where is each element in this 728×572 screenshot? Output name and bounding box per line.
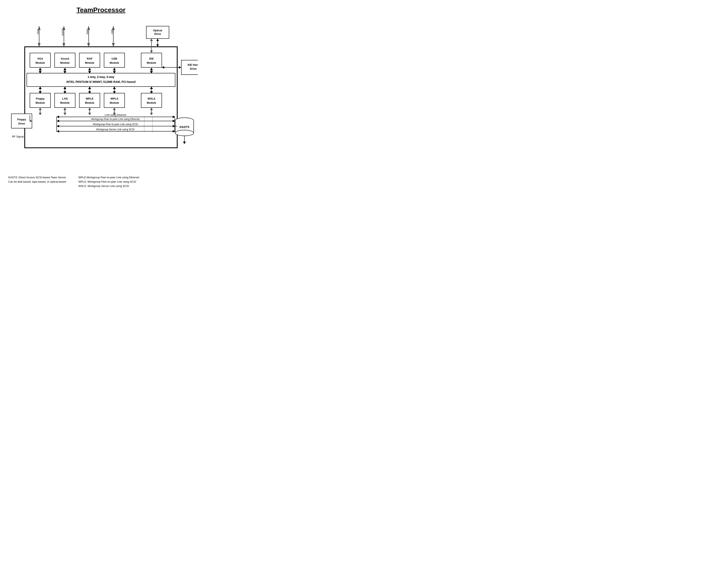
floppy-module-box bbox=[30, 93, 51, 108]
footnote-left-line1: DASTS: Direct Access SCSI-based Team Ser… bbox=[8, 175, 66, 180]
rap-cpu-arrow-up bbox=[88, 68, 91, 70]
ide-cpu-arrow-up bbox=[150, 68, 153, 70]
wple-up-arrowhead bbox=[88, 108, 91, 110]
rap-bus-label: RAP bbox=[86, 30, 89, 34]
page-title: TeamProcessor bbox=[8, 6, 194, 14]
cpu-line2: INTEL PENTIUM II/ WINNT, 512MB RAM, PCI-… bbox=[66, 80, 136, 83]
ide-optical-arrow-up bbox=[150, 39, 153, 41]
floppy-module-label1: Floppy bbox=[36, 97, 45, 100]
bus4-label: Workgroup Server Link using SCSI bbox=[96, 128, 135, 131]
footnote-right-line1: WPLE:Workgroup Peer-to-peer Link using E… bbox=[78, 175, 139, 180]
ide-module-label2: Module bbox=[147, 61, 156, 64]
floppy-drive-box bbox=[11, 114, 32, 128]
ide-hd-arrow-left bbox=[162, 66, 164, 69]
footnote-right: WPLE:Workgroup Peer-to-peer Link using E… bbox=[78, 175, 139, 188]
bus2-left-arrow bbox=[57, 120, 59, 122]
cpu-floppy-arrow-up bbox=[39, 87, 42, 89]
floppy-drive-label1: Floppy bbox=[17, 118, 26, 121]
rf-signal-label: RF Signal bbox=[12, 135, 24, 138]
usb-arrow-down bbox=[112, 43, 115, 47]
vga-arrow-down bbox=[38, 43, 41, 47]
dasts-down-arrowhead bbox=[183, 142, 186, 144]
lan-module-label2: Module bbox=[60, 101, 70, 104]
sound-module-label2: Module bbox=[60, 61, 70, 64]
lan-module-box bbox=[55, 93, 75, 108]
rap-bus-label-group: RAP bbox=[86, 30, 89, 34]
wpls-up-arrowhead bbox=[113, 108, 116, 110]
rap-module-label2: Module bbox=[85, 61, 94, 64]
floppy-down-arrowhead bbox=[39, 113, 42, 115]
wsls-down-arrowhead bbox=[150, 113, 153, 115]
wsls-module-box bbox=[141, 93, 162, 108]
wpls-module-box bbox=[104, 93, 125, 108]
usb-module-label2: Module bbox=[110, 61, 119, 64]
bus1-left-arrow bbox=[57, 116, 59, 118]
ide-hd-label2: Drive bbox=[190, 67, 197, 70]
footnote-left-line2: Can be disk-based, tape-based, or optica… bbox=[8, 180, 66, 184]
wsls-module-label1: WSLS bbox=[148, 97, 155, 100]
vga-module-label1: VGA bbox=[37, 57, 43, 60]
ide-hd-arrow-right bbox=[179, 66, 181, 69]
wple-module-label1: WPLE bbox=[86, 97, 93, 100]
footnote-right-line3: WSLS: Workgroup Server Link using SCSI bbox=[78, 184, 139, 189]
usb-cpu-arrow-up bbox=[113, 68, 116, 70]
audio-arrow-down bbox=[63, 43, 65, 47]
floppy-module-label2: Module bbox=[35, 101, 45, 104]
bus2-label: Workgroup Peer-to-peer Link using Ethern… bbox=[91, 118, 140, 121]
bus3-left-arrow bbox=[57, 125, 59, 127]
cpu-wpls-arrow-up bbox=[113, 87, 116, 89]
lan-up-arrowhead bbox=[64, 108, 66, 110]
wsls-module-label2: Module bbox=[147, 101, 156, 104]
usb-bus-label: USB bbox=[111, 30, 113, 34]
wple-module-label2: Module bbox=[85, 101, 94, 104]
usb-module-label1: USB bbox=[111, 57, 117, 60]
footnote-right-line2: WPLS: Workgroup Peer-to-peer Link using … bbox=[78, 180, 139, 184]
rap-module-box bbox=[79, 53, 100, 67]
sound-cpu-arrow-up bbox=[64, 68, 66, 70]
rap-module-label1: RAP bbox=[87, 57, 92, 60]
vga-bus-label: VGA bbox=[37, 29, 39, 34]
vga-module-label2: Module bbox=[35, 61, 45, 64]
optical-drive-label: Optical bbox=[153, 29, 162, 32]
lan-down-arrowhead bbox=[64, 113, 66, 115]
usb-module-box bbox=[104, 53, 125, 67]
wple-down-arrowhead bbox=[88, 113, 91, 115]
ide-module-box bbox=[141, 53, 162, 67]
sound-module-label1: Sound bbox=[61, 57, 69, 60]
cpu-line1: 1-way, 2-way, 4-way bbox=[88, 75, 114, 79]
vga-bus-label-group: VGA bbox=[37, 29, 39, 34]
arrow-up-optical bbox=[156, 39, 159, 41]
diagram-container: Optical Drive IDE Hard Drive VGA VGA Mod… bbox=[8, 20, 194, 169]
wsls-up-arrowhead bbox=[150, 108, 153, 110]
floppy-up-arrowhead bbox=[39, 108, 42, 110]
footnotes-section: DASTS: Direct Access SCSI-based Team Ser… bbox=[8, 175, 194, 188]
lan-module-label1: LAN bbox=[62, 97, 68, 100]
vga-module-box bbox=[30, 53, 51, 67]
ide-hd-label1: IDE Hard bbox=[188, 63, 198, 66]
cpu-lan-arrow-up bbox=[64, 87, 66, 89]
bus1-label: LAN using Ethernet bbox=[105, 114, 126, 117]
bus4-left-arrow bbox=[57, 130, 59, 133]
wpls-module-label1: WPLS bbox=[110, 97, 118, 100]
floppy-drive-label2: Drive bbox=[18, 122, 25, 125]
ide-optical-arrow-down bbox=[150, 51, 153, 53]
wpls-module-label2: Module bbox=[110, 101, 119, 104]
usb-bus-label-group: USB bbox=[111, 30, 113, 34]
vga-cpu-arrow-up bbox=[39, 68, 42, 70]
rap-arrow-down bbox=[87, 43, 90, 47]
cpu-wple-arrow-up bbox=[88, 87, 91, 89]
dasts-label: DASTS bbox=[179, 125, 189, 129]
wple-module-box bbox=[79, 93, 100, 108]
optical-drive-label2: Drive bbox=[154, 32, 161, 35]
ide-module-label1: IDE bbox=[149, 57, 154, 60]
footnote-left: DASTS: Direct Access SCSI-based Team Ser… bbox=[8, 175, 66, 188]
dasts-bottom bbox=[175, 130, 194, 136]
sound-module-box bbox=[55, 53, 75, 67]
bus3-label: Workgroup Peer-to-peer Link using SCSI bbox=[93, 123, 138, 126]
cpu-wsls-arrow-up bbox=[150, 87, 153, 89]
